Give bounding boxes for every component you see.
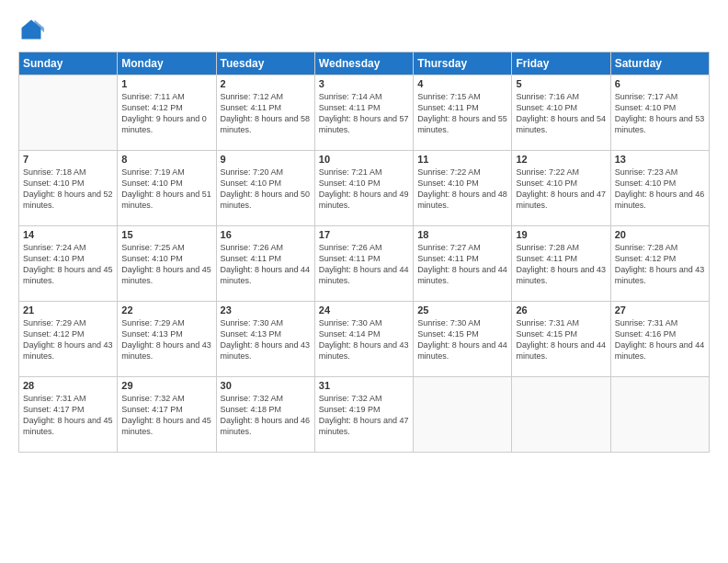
day-info: Sunrise: 7:12 AMSunset: 4:11 PMDaylight:…	[221, 91, 311, 136]
day-cell: 18Sunrise: 7:27 AMSunset: 4:11 PMDayligh…	[414, 226, 512, 302]
day-number: 25	[417, 304, 507, 316]
day-number: 17	[319, 229, 409, 240]
header-row: SundayMondayTuesdayWednesdayThursdayFrid…	[19, 52, 710, 75]
day-number: 18	[417, 229, 507, 240]
day-cell: 9Sunrise: 7:20 AMSunset: 4:10 PMDaylight…	[216, 151, 314, 226]
header-cell-thursday: Thursday	[414, 52, 512, 75]
day-number: 31	[319, 380, 409, 391]
header-cell-sunday: Sunday	[19, 52, 118, 75]
day-info: Sunrise: 7:28 AMSunset: 4:11 PMDaylight:…	[516, 242, 606, 287]
day-number: 21	[23, 304, 113, 316]
week-row-4: 28Sunrise: 7:31 AMSunset: 4:17 PMDayligh…	[19, 377, 710, 453]
day-number: 12	[516, 154, 606, 165]
week-row-3: 21Sunrise: 7:29 AMSunset: 4:12 PMDayligh…	[19, 302, 710, 377]
day-info: Sunrise: 7:30 AMSunset: 4:13 PMDaylight:…	[221, 317, 311, 362]
day-cell: 1Sunrise: 7:11 AMSunset: 4:12 PMDaylight…	[118, 75, 216, 151]
day-number: 19	[516, 229, 606, 240]
day-number: 8	[121, 154, 211, 165]
day-info: Sunrise: 7:30 AMSunset: 4:14 PMDaylight:…	[319, 317, 409, 362]
day-cell: 20Sunrise: 7:28 AMSunset: 4:12 PMDayligh…	[610, 226, 709, 302]
day-info: Sunrise: 7:21 AMSunset: 4:10 PMDaylight:…	[319, 167, 409, 212]
day-info: Sunrise: 7:32 AMSunset: 4:17 PMDaylight:…	[121, 393, 211, 438]
day-number: 20	[615, 229, 705, 240]
day-number: 11	[417, 154, 507, 165]
day-cell: 31Sunrise: 7:32 AMSunset: 4:19 PMDayligh…	[314, 377, 413, 453]
day-cell: 15Sunrise: 7:25 AMSunset: 4:10 PMDayligh…	[118, 226, 216, 302]
week-row-0: 1Sunrise: 7:11 AMSunset: 4:12 PMDaylight…	[19, 75, 710, 151]
day-cell: 23Sunrise: 7:30 AMSunset: 4:13 PMDayligh…	[216, 302, 314, 377]
day-info: Sunrise: 7:30 AMSunset: 4:15 PMDaylight:…	[417, 317, 507, 362]
day-number: 24	[319, 304, 409, 316]
day-cell: 24Sunrise: 7:30 AMSunset: 4:14 PMDayligh…	[314, 302, 413, 377]
day-cell: 27Sunrise: 7:31 AMSunset: 4:16 PMDayligh…	[610, 302, 709, 377]
logo-icon	[18, 17, 44, 42]
day-number: 15	[121, 229, 211, 240]
header-cell-monday: Monday	[118, 52, 216, 75]
day-info: Sunrise: 7:26 AMSunset: 4:11 PMDaylight:…	[319, 242, 409, 287]
day-cell: 6Sunrise: 7:17 AMSunset: 4:10 PMDaylight…	[610, 75, 709, 151]
page: SundayMondayTuesdayWednesdayThursdayFrid…	[0, 0, 728, 563]
day-info: Sunrise: 7:20 AMSunset: 4:10 PMDaylight:…	[221, 167, 311, 212]
day-number: 9	[221, 154, 311, 165]
day-info: Sunrise: 7:15 AMSunset: 4:11 PMDaylight:…	[417, 91, 507, 136]
day-cell: 21Sunrise: 7:29 AMSunset: 4:12 PMDayligh…	[19, 302, 118, 377]
day-cell: 7Sunrise: 7:18 AMSunset: 4:10 PMDaylight…	[19, 151, 118, 226]
day-cell: 29Sunrise: 7:32 AMSunset: 4:17 PMDayligh…	[118, 377, 216, 453]
header-cell-friday: Friday	[512, 52, 610, 75]
day-cell: 2Sunrise: 7:12 AMSunset: 4:11 PMDaylight…	[216, 75, 314, 151]
day-cell: 17Sunrise: 7:26 AMSunset: 4:11 PMDayligh…	[314, 226, 413, 302]
day-cell: 22Sunrise: 7:29 AMSunset: 4:13 PMDayligh…	[118, 302, 216, 377]
header-cell-tuesday: Tuesday	[216, 52, 314, 75]
calendar-table: SundayMondayTuesdayWednesdayThursdayFrid…	[18, 52, 710, 453]
day-info: Sunrise: 7:11 AMSunset: 4:12 PMDaylight:…	[121, 91, 211, 136]
day-number: 30	[221, 380, 311, 391]
day-number: 13	[615, 154, 705, 165]
day-number: 4	[417, 78, 507, 89]
day-cell: 19Sunrise: 7:28 AMSunset: 4:11 PMDayligh…	[512, 226, 610, 302]
day-info: Sunrise: 7:22 AMSunset: 4:10 PMDaylight:…	[417, 167, 507, 212]
logo	[18, 17, 48, 42]
day-cell	[414, 377, 512, 453]
day-number: 29	[121, 380, 211, 391]
day-cell: 16Sunrise: 7:26 AMSunset: 4:11 PMDayligh…	[216, 226, 314, 302]
day-info: Sunrise: 7:19 AMSunset: 4:10 PMDaylight:…	[121, 167, 211, 212]
day-info: Sunrise: 7:18 AMSunset: 4:10 PMDaylight:…	[23, 167, 113, 212]
day-cell: 14Sunrise: 7:24 AMSunset: 4:10 PMDayligh…	[19, 226, 118, 302]
day-number: 5	[516, 78, 606, 89]
day-cell: 28Sunrise: 7:31 AMSunset: 4:17 PMDayligh…	[19, 377, 118, 453]
day-cell: 12Sunrise: 7:22 AMSunset: 4:10 PMDayligh…	[512, 151, 610, 226]
day-cell	[19, 75, 118, 151]
day-number: 26	[516, 304, 606, 316]
day-cell: 26Sunrise: 7:31 AMSunset: 4:15 PMDayligh…	[512, 302, 610, 377]
day-number: 1	[121, 78, 211, 89]
week-row-2: 14Sunrise: 7:24 AMSunset: 4:10 PMDayligh…	[19, 226, 710, 302]
day-number: 22	[121, 304, 211, 316]
day-number: 6	[615, 78, 705, 89]
day-cell: 4Sunrise: 7:15 AMSunset: 4:11 PMDaylight…	[414, 75, 512, 151]
day-info: Sunrise: 7:29 AMSunset: 4:12 PMDaylight:…	[23, 317, 113, 362]
day-cell: 3Sunrise: 7:14 AMSunset: 4:11 PMDaylight…	[314, 75, 413, 151]
day-cell: 11Sunrise: 7:22 AMSunset: 4:10 PMDayligh…	[414, 151, 512, 226]
day-info: Sunrise: 7:28 AMSunset: 4:12 PMDaylight:…	[615, 242, 705, 287]
day-number: 2	[221, 78, 311, 89]
day-info: Sunrise: 7:31 AMSunset: 4:16 PMDaylight:…	[615, 317, 705, 362]
day-info: Sunrise: 7:31 AMSunset: 4:17 PMDaylight:…	[23, 393, 113, 438]
day-cell	[512, 377, 610, 453]
day-number: 3	[319, 78, 409, 89]
day-cell: 25Sunrise: 7:30 AMSunset: 4:15 PMDayligh…	[414, 302, 512, 377]
day-info: Sunrise: 7:31 AMSunset: 4:15 PMDaylight:…	[516, 317, 606, 362]
week-row-1: 7Sunrise: 7:18 AMSunset: 4:10 PMDaylight…	[19, 151, 710, 226]
day-info: Sunrise: 7:32 AMSunset: 4:19 PMDaylight:…	[319, 393, 409, 438]
svg-marker-0	[22, 20, 41, 40]
day-info: Sunrise: 7:27 AMSunset: 4:11 PMDaylight:…	[417, 242, 507, 287]
day-info: Sunrise: 7:14 AMSunset: 4:11 PMDaylight:…	[319, 91, 409, 136]
day-number: 23	[221, 304, 311, 316]
day-cell: 10Sunrise: 7:21 AMSunset: 4:10 PMDayligh…	[314, 151, 413, 226]
day-info: Sunrise: 7:32 AMSunset: 4:18 PMDaylight:…	[221, 393, 311, 438]
day-info: Sunrise: 7:17 AMSunset: 4:10 PMDaylight:…	[615, 91, 705, 136]
day-info: Sunrise: 7:24 AMSunset: 4:10 PMDaylight:…	[23, 242, 113, 287]
day-number: 28	[23, 380, 113, 391]
day-number: 10	[319, 154, 409, 165]
day-cell: 13Sunrise: 7:23 AMSunset: 4:10 PMDayligh…	[610, 151, 709, 226]
day-info: Sunrise: 7:22 AMSunset: 4:10 PMDaylight:…	[516, 167, 606, 212]
